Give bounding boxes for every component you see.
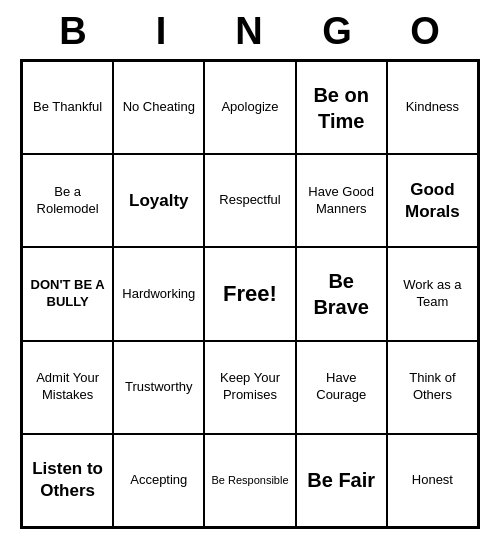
cell-11: Hardworking — [113, 247, 204, 340]
cell-0: Be Thankful — [22, 61, 113, 154]
cell-21: Accepting — [113, 434, 204, 527]
cell-1: No Cheating — [113, 61, 204, 154]
cell-20: Listen to Others — [22, 434, 113, 527]
bingo-grid: Be ThankfulNo CheatingApologizeBe on Tim… — [20, 59, 480, 529]
cell-2: Apologize — [204, 61, 295, 154]
cell-6: Loyalty — [113, 154, 204, 247]
cell-14: Work as a Team — [387, 247, 478, 340]
cell-4: Kindness — [387, 61, 478, 154]
title-letter: O — [382, 10, 470, 53]
cell-18: Have Courage — [296, 341, 387, 434]
title-letter: B — [30, 10, 118, 53]
cell-23: Be Fair — [296, 434, 387, 527]
title-letter: N — [206, 10, 294, 53]
cell-19: Think of Others — [387, 341, 478, 434]
cell-8: Have Good Manners — [296, 154, 387, 247]
cell-3: Be on Time — [296, 61, 387, 154]
cell-17: Keep Your Promises — [204, 341, 295, 434]
cell-7: Respectful — [204, 154, 295, 247]
cell-12: Free! — [204, 247, 295, 340]
cell-15: Admit Your Mistakes — [22, 341, 113, 434]
title-letter: G — [294, 10, 382, 53]
cell-13: Be Brave — [296, 247, 387, 340]
cell-16: Trustworthy — [113, 341, 204, 434]
title-letter: I — [118, 10, 206, 53]
cell-22: Be Responsible — [204, 434, 295, 527]
bingo-title: BINGO — [20, 10, 480, 53]
cell-5: Be a Rolemodel — [22, 154, 113, 247]
cell-24: Honest — [387, 434, 478, 527]
cell-10: DON'T BE A BULLY — [22, 247, 113, 340]
cell-9: Good Morals — [387, 154, 478, 247]
